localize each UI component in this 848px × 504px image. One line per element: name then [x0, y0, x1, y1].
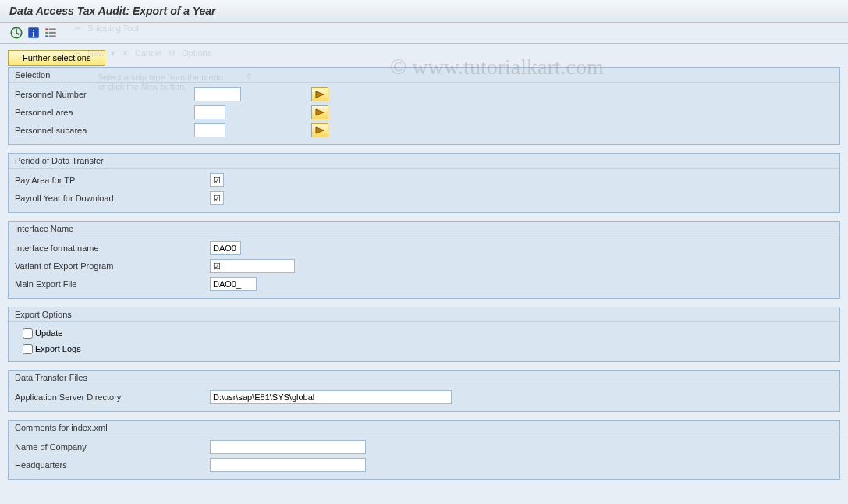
variant-valuehelp[interactable]: ☑ — [210, 259, 224, 273]
list-icon[interactable] — [44, 26, 58, 40]
group-comments: Comments for index.xml Name of Company H… — [8, 420, 840, 480]
personnel-area-input[interactable] — [194, 105, 225, 119]
main-file-input[interactable] — [210, 277, 257, 291]
company-input[interactable] — [210, 440, 366, 454]
page-title: Data Access Tax Audit: Export of a Year — [9, 5, 216, 17]
group-interface: Interface Name Interface format name Var… — [8, 221, 840, 299]
svg-rect-5 — [45, 32, 48, 34]
personnel-subarea-label: Personnel subarea — [15, 126, 194, 135]
app-server-input[interactable] — [210, 390, 452, 404]
group-selection-header: Selection — [9, 68, 839, 83]
group-export-options: Export Options Update Export Logs — [8, 307, 840, 362]
execute-icon[interactable] — [9, 26, 23, 40]
interface-format-input[interactable] — [210, 241, 241, 255]
further-selections-button[interactable]: Further selections — [8, 50, 105, 66]
hq-input[interactable] — [210, 458, 366, 472]
title-bar: Data Access Tax Audit: Export of a Year — [0, 0, 848, 23]
main-file-label: Main Export File — [15, 279, 210, 289]
group-comments-header: Comments for index.xml — [9, 421, 839, 435]
personnel-number-label: Personnel Number — [15, 90, 194, 99]
svg-text:i: i — [32, 28, 35, 39]
content-area: Further selections Selection Personnel N… — [0, 44, 848, 494]
interface-format-label: Interface format name — [15, 243, 210, 253]
svg-rect-8 — [49, 35, 56, 37]
export-logs-label: Export Logs — [35, 344, 81, 353]
personnel-subarea-multi-button[interactable] — [311, 123, 328, 137]
svg-rect-4 — [49, 28, 56, 30]
update-label: Update — [35, 328, 62, 338]
group-data-transfer-header: Data Transfer Files — [9, 371, 839, 385]
variant-label: Variant of Export Program — [15, 261, 210, 271]
pay-area-valuehelp[interactable]: ☑ — [210, 173, 224, 187]
update-checkbox[interactable] — [23, 328, 33, 339]
svg-rect-3 — [45, 28, 48, 30]
company-label: Name of Company — [15, 442, 210, 452]
group-period: Period of Data Transfer Pay.Area for TP … — [8, 153, 840, 213]
personnel-number-multi-button[interactable] — [311, 87, 328, 101]
payroll-year-label: Payroll Year for Download — [15, 193, 210, 203]
group-export-options-header: Export Options — [9, 307, 839, 322]
app-server-label: Application Server Directory — [15, 392, 210, 402]
group-selection: Selection Personnel Number Personnel are… — [8, 67, 840, 145]
pay-area-label: Pay.Area for TP — [15, 176, 210, 185]
payroll-year-valuehelp[interactable]: ☑ — [210, 191, 224, 205]
group-interface-header: Interface Name — [9, 222, 839, 236]
personnel-subarea-input[interactable] — [194, 123, 225, 137]
hq-label: Headquarters — [15, 460, 210, 470]
svg-rect-7 — [45, 35, 48, 37]
personnel-area-label: Personnel area — [15, 108, 194, 117]
toolbar: i — [0, 23, 848, 44]
personnel-area-multi-button[interactable] — [311, 105, 328, 119]
svg-rect-6 — [49, 32, 56, 34]
variant-input[interactable] — [223, 259, 295, 273]
info-icon[interactable]: i — [27, 26, 41, 40]
personnel-number-input[interactable] — [194, 87, 241, 101]
export-logs-checkbox[interactable] — [23, 344, 33, 354]
group-period-header: Period of Data Transfer — [9, 154, 839, 169]
group-data-transfer: Data Transfer Files Application Server D… — [8, 370, 840, 412]
